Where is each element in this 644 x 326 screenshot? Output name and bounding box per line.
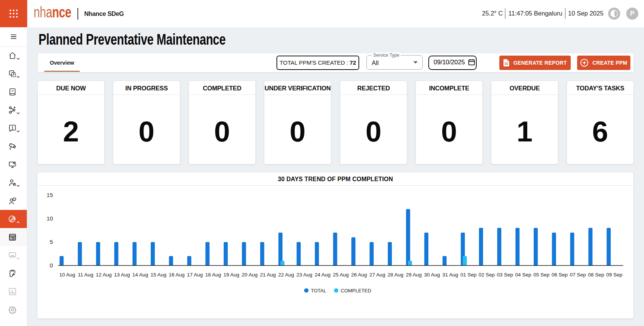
svg-text:17 Aug: 17 Aug	[187, 272, 203, 278]
svg-text:18 Aug: 18 Aug	[205, 272, 221, 278]
svg-text:07 Sep: 07 Sep	[570, 272, 586, 278]
svg-text:24 Aug: 24 Aug	[315, 272, 330, 278]
svg-text:03 Sep: 03 Sep	[497, 272, 513, 278]
svg-text:11 Aug: 11 Aug	[78, 272, 93, 278]
svg-text:31 Aug: 31 Aug	[442, 272, 458, 278]
svg-text:05 Sep: 05 Sep	[533, 272, 550, 278]
svg-text:14 Aug: 14 Aug	[132, 272, 148, 278]
svg-text:10: 10	[46, 215, 53, 222]
svg-text:19 Aug: 19 Aug	[224, 272, 239, 278]
svg-text:15: 15	[46, 192, 53, 198]
svg-text:10 Aug: 10 Aug	[59, 272, 75, 278]
svg-text:27 Aug: 27 Aug	[369, 272, 385, 278]
svg-text:COMPLETED: COMPLETED	[341, 288, 371, 293]
svg-text:13 Aug: 13 Aug	[114, 272, 130, 278]
svg-text:26 Aug: 26 Aug	[351, 272, 367, 278]
svg-text:01 Sep: 01 Sep	[460, 272, 477, 278]
svg-text:09 Sep: 09 Sep	[606, 272, 622, 278]
svg-text:20 Aug: 20 Aug	[242, 272, 258, 278]
svg-text:25 Aug: 25 Aug	[333, 272, 349, 278]
svg-text:5: 5	[50, 239, 53, 245]
svg-text:08 Sep: 08 Sep	[588, 272, 604, 278]
svg-text:22 Aug: 22 Aug	[278, 272, 294, 278]
svg-text:TOTAL: TOTAL	[311, 288, 326, 293]
svg-text:28 Aug: 28 Aug	[388, 272, 403, 278]
svg-text:29 Aug: 29 Aug	[406, 272, 422, 278]
svg-text:04 Sep: 04 Sep	[515, 272, 531, 278]
svg-text:06 Sep: 06 Sep	[551, 272, 568, 278]
svg-text:23 Aug: 23 Aug	[297, 272, 312, 278]
svg-text:02 Sep: 02 Sep	[479, 272, 495, 278]
svg-text:0: 0	[50, 262, 53, 269]
svg-text:16 Aug: 16 Aug	[169, 272, 185, 278]
svg-text:12 Aug: 12 Aug	[96, 272, 112, 278]
svg-text:21 Aug: 21 Aug	[260, 272, 276, 278]
svg-text:30 Aug: 30 Aug	[424, 272, 440, 278]
svg-text:15 Aug: 15 Aug	[150, 272, 166, 278]
